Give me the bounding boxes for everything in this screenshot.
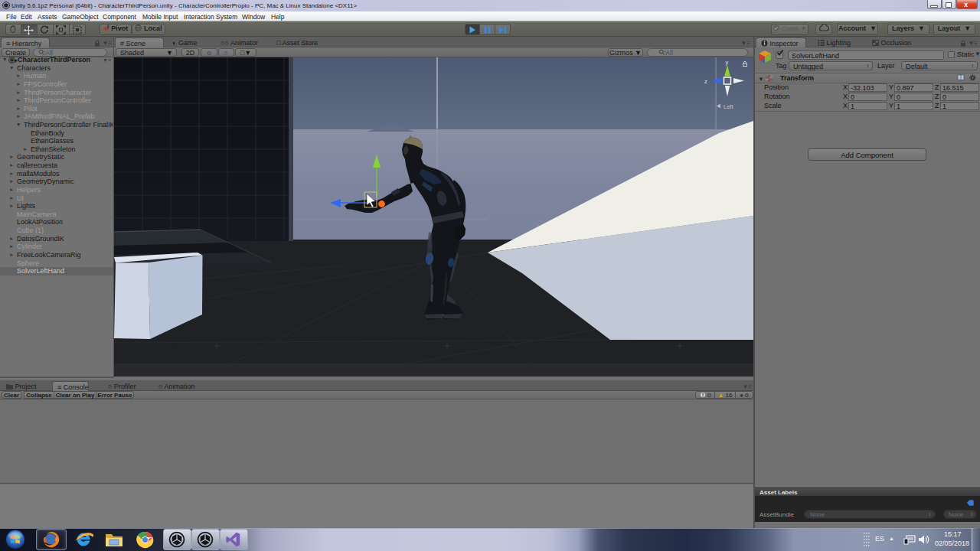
svg-text:y: y [726, 59, 729, 66]
svg-text:Left: Left [724, 103, 733, 110]
svg-text:z: z [704, 78, 707, 85]
